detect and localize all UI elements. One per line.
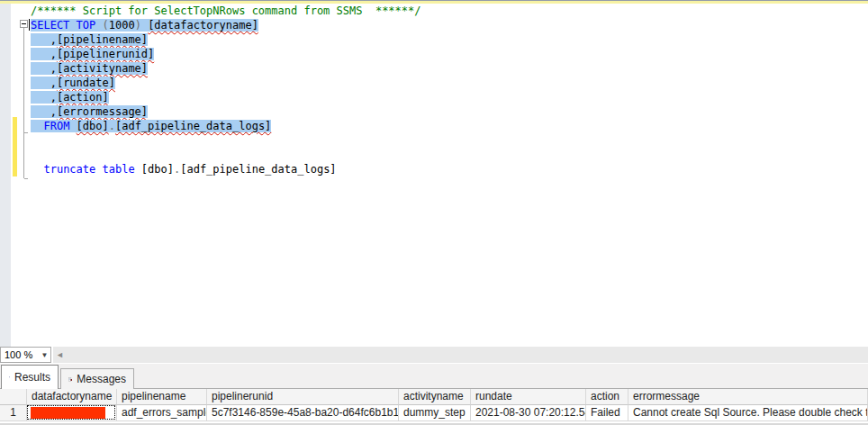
messages-icon: [68, 374, 72, 385]
code-line[interactable]: FROM [dbo].[adf_pipeline_data_logs]: [31, 119, 420, 133]
row-header-cell[interactable]: 1: [0, 405, 27, 421]
code-token: ,: [31, 105, 57, 118]
code-token: [31, 120, 43, 132]
results-tab-bar: Results Messages: [0, 364, 868, 389]
code-token: TOP: [77, 19, 96, 32]
query-editor[interactable]: /****** Script for SelectTopNRows comman…: [0, 4, 868, 347]
code-token: [action]: [57, 91, 109, 104]
code-token: 1000: [109, 19, 135, 32]
grid-header-errormessage[interactable]: errormessage: [628, 389, 868, 405]
code-token: ,: [31, 48, 57, 60]
code-token: [pipelinerunid]: [57, 48, 154, 60]
selection-highlight: ,[action]: [31, 91, 109, 104]
grid-header-rundate[interactable]: rundate: [471, 389, 586, 405]
grid-header-pipelinerunid[interactable]: pipelinerunid: [207, 389, 399, 405]
table-row: 1adf_errors_sample5c7f3146-859e-45a8-ba2…: [0, 405, 868, 421]
grid-corner-cell[interactable]: [0, 389, 27, 405]
code-line[interactable]: [31, 133, 420, 148]
code-token: [dbo]: [141, 163, 174, 176]
cell-action[interactable]: Failed: [586, 405, 628, 421]
outline-guide-line: [23, 28, 24, 178]
code-token: ,: [31, 33, 57, 46]
selection-highlight: FROM [dbo].[adf_pipeline_data_logs]: [31, 120, 271, 132]
zoom-control[interactable]: 100 % ▼: [0, 347, 51, 363]
code-token: .: [109, 120, 115, 132]
code-token: [datafactoryname]: [148, 19, 258, 32]
code-area[interactable]: /****** Script for SelectTopNRows comman…: [31, 4, 420, 176]
selection-highlight: ,[pipelinename]: [31, 33, 148, 46]
code-token: ,: [31, 77, 57, 89]
code-token: [69, 120, 76, 132]
code-token: [adf_pipeline_data_logs]: [180, 163, 336, 176]
code-line[interactable]: [31, 148, 420, 162]
selection-highlight: ,[activityname]: [31, 62, 148, 75]
code-line[interactable]: ,[errormessage]: [31, 104, 420, 119]
cell-rundate[interactable]: 2021-08-30 07:20:12.540: [471, 405, 586, 421]
code-line[interactable]: SELECT TOP (1000) [datafactoryname]: [31, 18, 420, 32]
code-line[interactable]: ,[rundate]: [31, 76, 420, 90]
code-token: [135, 163, 141, 176]
code-line[interactable]: ,[pipelinename]: [31, 32, 420, 47]
code-token: [95, 19, 102, 32]
tab-results[interactable]: Results: [1, 365, 59, 389]
cell-pipelinerunid[interactable]: 5c7f3146-859e-45a8-ba20-d64fc6b1b142: [207, 405, 399, 421]
code-line[interactable]: /****** Script for SelectTopNRows comman…: [31, 4, 420, 18]
code-token: [pipelinename]: [57, 33, 148, 46]
code-line[interactable]: ,[action]: [31, 90, 420, 104]
redacted-value: [31, 407, 105, 419]
selection-highlight: ,[pipelinerunid]: [31, 48, 154, 60]
tab-messages[interactable]: Messages: [60, 368, 134, 389]
code-token: ,: [31, 62, 57, 75]
grid-header-activityname[interactable]: activityname: [399, 389, 471, 405]
cell-datafactoryname[interactable]: [27, 405, 117, 421]
code-token: /****** Script for SelectTopNRows comman…: [31, 5, 420, 17]
code-token: [activityname]: [57, 62, 148, 75]
code-line[interactable]: ,[activityname]: [31, 61, 420, 76]
outline-region-end-tick: [24, 178, 28, 179]
chevron-down-icon[interactable]: ▼: [39, 351, 50, 359]
selection-highlight: SELECT TOP (1000) [datafactoryname]: [31, 19, 258, 32]
code-line[interactable]: truncate table [dbo].[adf_pipeline_data_…: [31, 162, 420, 176]
results-grid-icon: [9, 372, 10, 383]
cell-errormessage[interactable]: Cannot create Sql Source. Please double …: [628, 405, 868, 421]
grid-header-row: datafactorynamepipelinenamepipelinerunid…: [0, 389, 868, 405]
minus-collapse-icon[interactable]: [20, 20, 28, 28]
tab-results-label: Results: [14, 371, 50, 384]
code-token: [dbo]: [77, 120, 109, 132]
code-token: ): [135, 19, 141, 32]
code-token: [69, 19, 76, 32]
grid-body: 1adf_errors_sample5c7f3146-859e-45a8-ba2…: [0, 405, 868, 421]
code-token: [31, 163, 43, 176]
code-token: truncate: [43, 163, 95, 176]
scroll-left-arrow-icon[interactable]: ◄: [53, 350, 64, 359]
code-token: ,: [31, 91, 57, 104]
outline-region-end-tick: [24, 132, 28, 133]
results-grid: datafactorynamepipelinenamepipelinerunid…: [0, 389, 868, 421]
grid-header-pipelinename[interactable]: pipelinename: [117, 389, 207, 405]
text-caret: [29, 19, 30, 31]
grid-header-datafactoryname[interactable]: datafactoryname: [27, 389, 117, 405]
selection-highlight: ,[rundate]: [31, 77, 115, 89]
selection-highlight: ,[errormessage]: [31, 105, 148, 118]
cell-pipelinename[interactable]: adf_errors_sample: [117, 405, 207, 421]
ssms-window: /****** Script for SelectTopNRows comman…: [0, 0, 868, 425]
code-token: FROM: [43, 120, 69, 132]
minus-glyph: [22, 23, 26, 24]
horizontal-scrollbar[interactable]: ◄: [53, 347, 868, 363]
indicator-margin: [0, 4, 11, 347]
code-token: [rundate]: [57, 77, 115, 89]
grid-header-action[interactable]: action: [586, 389, 628, 405]
cell-activityname[interactable]: dummy_step: [399, 405, 471, 421]
code-token: (: [103, 19, 109, 32]
code-token: table: [102, 163, 134, 176]
code-token: SELECT: [31, 19, 69, 32]
editor-status-bar: 100 % ▼ ◄: [0, 347, 868, 364]
change-tracking-bar: [13, 117, 17, 176]
tab-messages-label: Messages: [77, 373, 126, 385]
zoom-value: 100 %: [1, 349, 39, 360]
code-token: [errormessage]: [57, 105, 148, 118]
code-token: [adf_pipeline_data_logs]: [115, 120, 271, 132]
code-line[interactable]: ,[pipelinerunid]: [31, 47, 420, 61]
